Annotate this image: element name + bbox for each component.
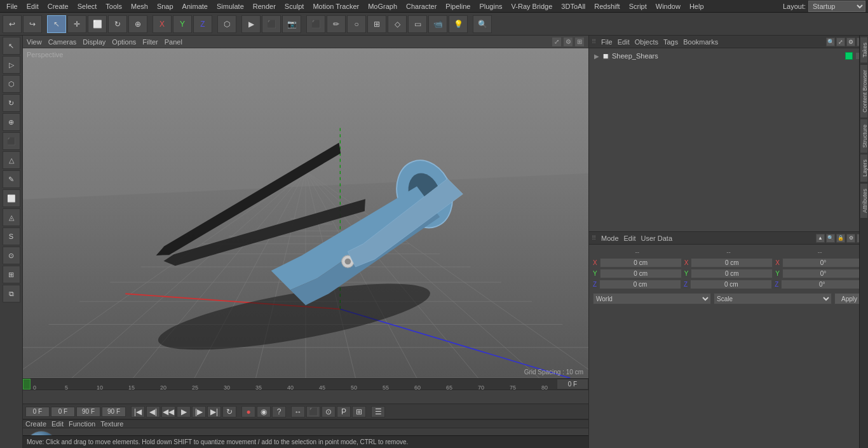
viewport-menu-filter[interactable]: Filter bbox=[142, 38, 158, 46]
vtab-structure[interactable]: Structure bbox=[860, 119, 868, 154]
grid-button2[interactable]: ⊞ bbox=[352, 406, 366, 417]
rotate-tool-button[interactable]: ↻ bbox=[108, 15, 127, 33]
tool-btn-3[interactable]: ⬡ bbox=[3, 75, 20, 93]
menu-help[interactable]: Help bbox=[686, 1, 708, 11]
object-color-tag[interactable] bbox=[845, 52, 853, 60]
attr-lock-icon[interactable]: 🔒 bbox=[836, 234, 845, 243]
attr-search-icon[interactable]: 🔍 bbox=[826, 234, 835, 243]
frame-end2-input[interactable] bbox=[102, 407, 126, 417]
rot-y-input[interactable] bbox=[691, 269, 773, 278]
y-axis-button[interactable]: Y bbox=[173, 15, 192, 33]
viewport-menu-view[interactable]: View bbox=[27, 38, 42, 46]
menu-render[interactable]: Render bbox=[249, 1, 280, 11]
render-region-button[interactable]: ⬛ bbox=[262, 15, 281, 33]
universal-transform-button[interactable]: ⊕ bbox=[128, 15, 147, 33]
grid-button[interactable]: ⊞ bbox=[367, 15, 386, 33]
search-button[interactable]: 🔍 bbox=[473, 15, 492, 33]
z-axis-button[interactable]: Z bbox=[193, 15, 212, 33]
vtab-layers[interactable]: Layers bbox=[860, 154, 868, 182]
viewport-menu-options[interactable]: Options bbox=[112, 38, 136, 46]
attr-menu-mode[interactable]: Mode bbox=[601, 234, 619, 242]
viewport-menu-cameras[interactable]: Cameras bbox=[48, 38, 77, 46]
scale-x-input[interactable] bbox=[782, 258, 864, 268]
vtab-takes[interactable]: Takes bbox=[860, 37, 868, 64]
om-search-icon[interactable]: 🔍 bbox=[826, 37, 835, 46]
menu-file[interactable]: File bbox=[3, 1, 22, 11]
motion-button[interactable]: ↔ bbox=[291, 406, 305, 417]
tool-btn-2[interactable]: ▷ bbox=[3, 56, 20, 74]
viewport-menu-display[interactable]: Display bbox=[83, 38, 105, 46]
loop-button[interactable]: ↻ bbox=[222, 406, 236, 417]
menu-simulate[interactable]: Simulate bbox=[213, 1, 248, 11]
menu-animate[interactable]: Animate bbox=[179, 1, 212, 11]
material-menu-texture[interactable]: Texture bbox=[100, 420, 123, 428]
menu-motion-tracker[interactable]: Motion Tracker bbox=[309, 1, 363, 11]
menu-mograph[interactable]: MoGraph bbox=[364, 1, 401, 11]
menu-create[interactable]: Create bbox=[44, 1, 72, 11]
tool-btn-14[interactable]: ⧉ bbox=[3, 285, 20, 302]
menu-vray[interactable]: V-Ray Bridge bbox=[508, 1, 557, 11]
om-menu-tags[interactable]: Tags bbox=[663, 38, 678, 46]
menu-snap[interactable]: Snap bbox=[153, 1, 177, 11]
viewport-lock-btn[interactable]: ⊞ bbox=[574, 37, 585, 47]
go-end-button[interactable]: ▶| bbox=[207, 406, 221, 417]
menu-mesh[interactable]: Mesh bbox=[127, 1, 152, 11]
pos-x-input[interactable] bbox=[600, 258, 682, 268]
viewport-menu-panel[interactable]: Panel bbox=[165, 38, 182, 46]
viewport[interactable]: View Cameras Display Options Filter Pane… bbox=[23, 36, 588, 378]
om-expand-icon[interactable]: ⤢ bbox=[836, 37, 845, 46]
material-menu-function[interactable]: Function bbox=[69, 420, 95, 428]
play-reverse-button[interactable]: ◀◀ bbox=[161, 406, 175, 417]
attr-menu-userdata[interactable]: User Data bbox=[641, 234, 673, 242]
tool-btn-1[interactable]: ↖ bbox=[3, 37, 20, 55]
tool-btn-4[interactable]: ↻ bbox=[3, 94, 20, 112]
record-help-button[interactable]: ? bbox=[272, 406, 286, 417]
attr-menu-edit[interactable]: Edit bbox=[624, 234, 636, 242]
undo-button[interactable]: ↩ bbox=[3, 15, 22, 33]
material-menu-edit[interactable]: Edit bbox=[51, 420, 64, 428]
select-tool-button[interactable]: ↖ bbox=[47, 15, 66, 33]
menu-pipeline[interactable]: Pipeline bbox=[442, 1, 474, 11]
frame-start2-input[interactable] bbox=[51, 407, 75, 417]
rot-z-input[interactable] bbox=[690, 280, 772, 289]
pos-y-input[interactable] bbox=[600, 269, 682, 278]
light-button[interactable]: 💡 bbox=[449, 15, 468, 33]
om-menu-objects[interactable]: Objects bbox=[635, 38, 658, 46]
circle-button[interactable]: ○ bbox=[347, 15, 366, 33]
rot-x-input[interactable] bbox=[691, 258, 773, 268]
render-button[interactable]: ▶ bbox=[241, 15, 261, 33]
cube-view-button[interactable]: ⬛ bbox=[306, 15, 325, 33]
go-start-button[interactable]: |◀ bbox=[131, 406, 145, 417]
pose-button[interactable]: P bbox=[337, 406, 351, 417]
redo-button[interactable]: ↪ bbox=[23, 15, 42, 33]
menu-redshift[interactable]: Redshift bbox=[590, 1, 623, 11]
attr-settings-icon[interactable]: ⚙ bbox=[846, 234, 855, 243]
om-settings-icon[interactable]: ⚙ bbox=[846, 37, 855, 46]
menu-script[interactable]: Script bbox=[625, 1, 651, 11]
om-menu-bookmarks[interactable]: Bookmarks bbox=[683, 38, 718, 46]
menu-3dtoall[interactable]: 3DToAll bbox=[557, 1, 589, 11]
layout-select[interactable]: Startup bbox=[808, 1, 865, 12]
timeline-mode-button[interactable]: ☰ bbox=[371, 406, 385, 417]
record-button[interactable]: ● bbox=[241, 406, 255, 417]
render-to-po-button[interactable]: 📷 bbox=[282, 15, 301, 33]
object-mode-button[interactable]: ⬡ bbox=[217, 15, 236, 33]
tool-btn-9[interactable]: ⬜ bbox=[3, 189, 20, 207]
timeline-track[interactable] bbox=[23, 390, 588, 404]
pos-z-input[interactable] bbox=[599, 280, 681, 289]
frame-start-input[interactable] bbox=[25, 407, 50, 417]
menu-plugins[interactable]: Plugins bbox=[475, 1, 506, 11]
attr-record-icon[interactable]: ▲ bbox=[816, 234, 825, 243]
scale-tool-button[interactable]: ⬜ bbox=[88, 15, 107, 33]
move-tool-button[interactable]: ✛ bbox=[67, 15, 86, 33]
menu-character[interactable]: Character bbox=[402, 1, 440, 11]
prev-frame-button[interactable]: ◀| bbox=[146, 406, 160, 417]
tool-btn-6[interactable]: ⬛ bbox=[3, 132, 20, 150]
camera-button[interactable]: 📹 bbox=[428, 15, 447, 33]
scale-dropdown[interactable]: Scale Size bbox=[714, 293, 832, 304]
tool-btn-13[interactable]: ⊞ bbox=[3, 266, 20, 283]
tool-btn-12[interactable]: ⊙ bbox=[3, 247, 20, 264]
play-button[interactable]: ▶ bbox=[177, 406, 191, 417]
tool-btn-5[interactable]: ⊕ bbox=[3, 113, 20, 131]
menu-window[interactable]: Window bbox=[652, 1, 684, 11]
